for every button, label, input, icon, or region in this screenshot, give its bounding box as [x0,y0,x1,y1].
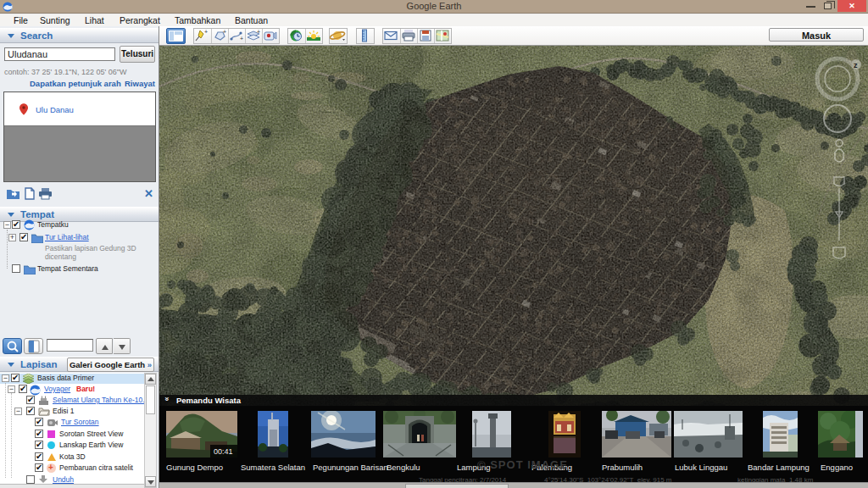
svg-text:+: + [257,29,260,35]
svg-text:00:41: 00:41 [214,447,233,456]
svg-text:+: + [204,29,208,35]
svg-text:+: + [240,36,243,42]
svg-text:z: z [854,61,858,69]
svg-text:+: + [223,29,226,35]
